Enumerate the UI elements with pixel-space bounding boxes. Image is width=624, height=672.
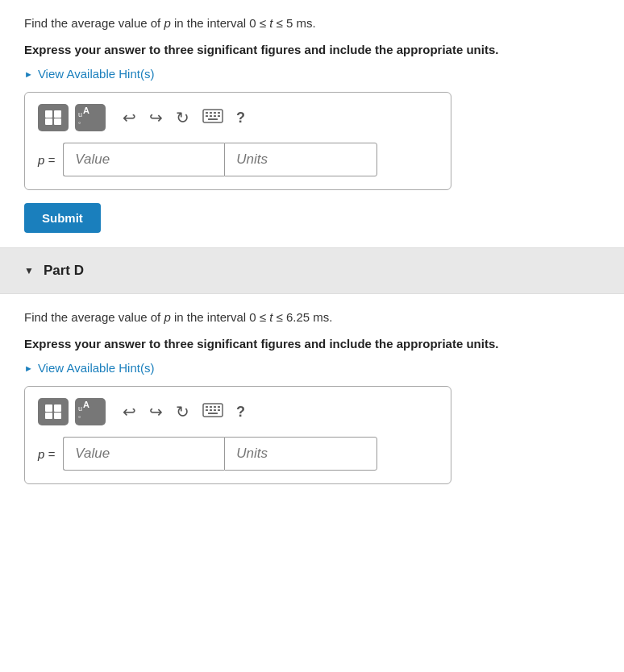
svg-rect-10 [214,112,216,114]
part-d-grid-icon-button[interactable] [38,398,69,425]
part-d-p-label: p = [38,447,55,461]
svg-rect-26 [210,406,212,408]
part-d-title: Part D [44,263,84,279]
svg-rect-32 [218,409,220,411]
part-c-section: Find the average value of p in the inter… [0,0,624,247]
part-c-problem: Find the average value of p in the inter… [24,15,600,33]
part-d-keyboard-icon [202,403,223,417]
svg-rect-11 [218,112,220,114]
part-d-units-input[interactable] [224,437,377,471]
part-c-value-input[interactable] [63,143,224,176]
ua-icon-button[interactable]: u A ° [75,104,106,131]
part-d-instructions: Express your answer to three significant… [24,335,600,354]
part-d-keyboard-button[interactable] [199,400,227,425]
part-c-instructions: Express your answer to three significant… [24,41,600,60]
hint-triangle-icon: ► [24,69,33,79]
part-c-input-row: p = [38,143,438,176]
svg-rect-19 [45,413,52,419]
part-c-units-input[interactable] [224,143,377,176]
svg-rect-0 [45,110,52,118]
svg-rect-18 [54,404,61,412]
grid-icon [44,110,62,126]
part-d-toolbar-sep [112,402,113,421]
part-c-hint-link[interactable]: ► View Available Hint(s) [24,67,600,81]
svg-rect-16 [208,118,218,120]
part-d-hint-label: View Available Hint(s) [38,361,155,375]
svg-text:A: A [83,106,89,115]
svg-rect-14 [214,115,216,117]
part-c-submit-button[interactable]: Submit [24,203,101,233]
part-d-input-row: p = [38,437,438,471]
part-c-toolbar: u A ° ↩ ↪ ↻ [38,104,438,131]
part-d-section: Find the average value of p in the inter… [0,294,624,512]
part-d-hint-triangle-icon: ► [24,363,33,373]
svg-text:u: u [78,110,82,118]
svg-rect-20 [54,413,61,419]
part-d-ua-icon-button[interactable]: u A ° [75,398,106,425]
part-d-ua-icon: u A ° [77,400,104,424]
svg-rect-1 [54,110,61,118]
undo-button[interactable]: ↩ [119,105,139,131]
svg-rect-8 [206,112,208,114]
svg-rect-15 [218,115,220,117]
svg-text:u: u [78,404,82,413]
ua-icon: u A ° [77,106,104,130]
part-d-variable-p: p [164,310,170,324]
keyboard-button[interactable] [199,106,227,131]
part-d-toolbar: u A ° ↩ ↪ ↻ [38,398,438,425]
part-d-chevron-icon[interactable]: ▼ [24,265,34,276]
part-c-hint-label: View Available Hint(s) [38,67,155,81]
svg-text:°: ° [78,121,81,128]
svg-rect-33 [208,413,218,414]
part-d-answer-box: u A ° ↩ ↪ ↻ [24,386,451,484]
redo-button[interactable]: ↪ [146,105,166,131]
svg-rect-28 [218,406,220,408]
part-c-answer-box: u A ° ↩ ↪ ↻ [24,92,451,190]
svg-text:A: A [83,400,89,409]
svg-rect-3 [54,118,61,125]
part-d-value-input[interactable] [63,437,224,471]
svg-rect-2 [45,118,52,125]
part-d-refresh-button[interactable]: ↻ [173,399,193,425]
svg-rect-29 [206,409,208,411]
variable-p: p [164,16,170,30]
svg-rect-13 [210,115,212,117]
svg-rect-12 [206,115,208,117]
help-button[interactable]: ? [233,106,248,130]
svg-rect-17 [45,404,52,412]
part-d-help-button[interactable]: ? [233,400,248,424]
part-d-undo-button[interactable]: ↩ [119,399,139,425]
part-d-hint-link[interactable]: ► View Available Hint(s) [24,361,600,375]
grid-icon-button[interactable] [38,104,69,131]
refresh-button[interactable]: ↻ [173,105,193,131]
part-d-problem: Find the average value of p in the inter… [24,309,600,327]
svg-rect-9 [210,112,212,114]
keyboard-icon [202,109,223,123]
svg-rect-25 [206,406,208,408]
part-d-grid-icon [44,404,62,420]
part-d-header: ▼ Part D [0,248,624,293]
svg-rect-27 [214,406,216,408]
toolbar-sep-1 [112,108,113,127]
svg-rect-30 [210,409,212,411]
part-d-redo-button[interactable]: ↪ [146,399,166,425]
part-c-p-label: p = [38,153,55,167]
svg-rect-31 [214,409,216,411]
svg-text:°: ° [78,415,81,422]
